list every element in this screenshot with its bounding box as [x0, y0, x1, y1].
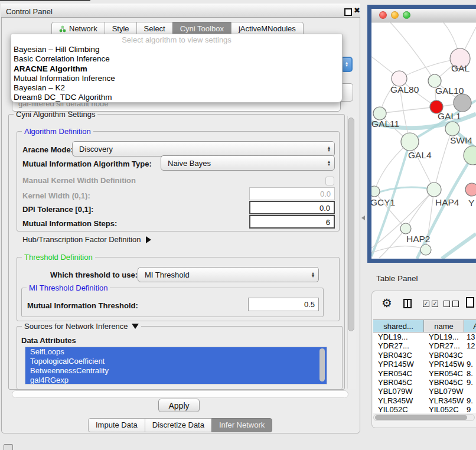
- network-node-gal11[interactable]: [373, 107, 386, 120]
- export-table-icon[interactable]: [466, 297, 474, 308]
- network-node[interactable]: [454, 94, 471, 112]
- network-edge[interactable]: [379, 229, 406, 258]
- mi-threshold-definition-title: MI Threshold Definition: [27, 283, 110, 292]
- table-cell: [464, 351, 476, 360]
- network-node-gcy1[interactable]: [371, 186, 380, 197]
- network-node-label: Y: [468, 198, 474, 208]
- aracne-mode-select[interactable]: Discovery ▲▼: [72, 141, 335, 156]
- network-node[interactable]: [420, 244, 431, 255]
- select-all-checkboxes-icon[interactable]: ✓✓: [423, 301, 438, 307]
- float-window-icon[interactable]: [344, 8, 352, 16]
- settings-scrollbar-thumb[interactable]: [348, 118, 354, 331]
- mi-steps-field[interactable]: 6: [249, 215, 335, 229]
- table-cell: YBR043C: [373, 351, 424, 360]
- which-threshold-select[interactable]: MI Threshold ▲▼: [138, 267, 319, 282]
- algorithm-option[interactable]: Bayesian – K2: [11, 83, 342, 93]
- table-row[interactable]: YER054CYER054C8.: [373, 369, 476, 378]
- aracne-mode-value: Discovery: [73, 145, 324, 154]
- network-tab-icon: [59, 25, 66, 32]
- splitter-arrow-icon[interactable]: [361, 216, 365, 220]
- combo-stepper-icon: ▲▼: [308, 272, 318, 278]
- table-row[interactable]: YDR27...YDR27...12: [373, 341, 476, 350]
- network-node-gal4[interactable]: [401, 133, 419, 151]
- data-attributes-list[interactable]: SelfLoopsTopologicalCoefficientBetweenne…: [25, 347, 327, 384]
- data-attribute-item[interactable]: TopologicalCoefficient: [25, 357, 327, 366]
- close-traffic-light-icon[interactable]: [379, 11, 387, 19]
- manual-kernel-width-checkbox[interactable]: [325, 177, 334, 185]
- table-row[interactable]: YBL079WYBL079W: [373, 387, 476, 396]
- algorithm-option[interactable]: Dream8 DC_TDC Algorithm: [11, 93, 342, 102]
- sources-group-title[interactable]: Sources for Network Inference: [22, 322, 141, 331]
- table-body: YDL19...YDL19...13YDR27...YDR27...12YBR0…: [373, 332, 476, 413]
- which-threshold-label: Which threshold to use:: [50, 270, 138, 279]
- data-attribute-item[interactable]: SelfLoops: [25, 347, 327, 357]
- network-node-hap2[interactable]: [400, 223, 411, 234]
- settings-horizontal-scrollbar[interactable]: [12, 390, 348, 398]
- tab-impute-data[interactable]: Impute Data: [88, 418, 145, 432]
- table-cell: YIL052C: [424, 405, 464, 413]
- combobox-fragment[interactable]: [341, 83, 353, 102]
- list-scrollbar-thumb[interactable]: [319, 348, 325, 381]
- network-edge[interactable]: [380, 107, 436, 113]
- network-node-hap4[interactable]: [427, 182, 441, 197]
- network-node[interactable]: [464, 146, 476, 165]
- mi-threshold-field[interactable]: 0.5: [248, 298, 319, 311]
- network-window-titlebar[interactable]: [371, 9, 476, 22]
- hub-definition-expander[interactable]: Hub/Transcription Factor Definition: [22, 235, 151, 244]
- table-row[interactable]: YPR145WYPR145W9.: [373, 360, 476, 369]
- column-header-name[interactable]: name: [424, 320, 464, 332]
- deselect-all-checkboxes-icon[interactable]: [444, 301, 459, 307]
- network-edge[interactable]: [371, 187, 434, 195]
- control-panel-titlebar[interactable]: [1, 4, 360, 18]
- algorithm-option[interactable]: Mutual Information Inference: [11, 74, 342, 83]
- data-attributes-label: Data Attributes: [21, 336, 76, 345]
- columns-icon[interactable]: [403, 299, 412, 308]
- network-node-label: GAL80: [390, 84, 419, 94]
- network-canvas[interactable]: GALGAL80GAL10GAL1GAL11SWI4GAL4GCY1HAP4YH…: [371, 22, 476, 259]
- dpi-tolerance-label: DPI Tolerance [0,1]:: [22, 205, 93, 214]
- kernel-width-field[interactable]: 0.0: [249, 187, 335, 200]
- data-attribute-item[interactable]: BetweennessCentrality: [25, 366, 327, 376]
- network-node-swi4[interactable]: [445, 122, 459, 136]
- zoom-traffic-light-icon[interactable]: [403, 11, 410, 19]
- minimize-traffic-light-icon[interactable]: [391, 11, 399, 19]
- mi-algorithm-type-select[interactable]: Naive Bayes ▲▼: [161, 155, 335, 171]
- mi-algorithm-type-value: Naive Bayes: [161, 159, 324, 168]
- table-row[interactable]: YDL19...YDL19...13: [373, 332, 476, 341]
- table-cell: YBR043C: [424, 351, 464, 360]
- network-node-label: GAL11: [371, 119, 399, 129]
- table-cell: 13: [464, 332, 476, 341]
- dpi-tolerance-field[interactable]: 0.0: [249, 201, 335, 214]
- tab-infer-network[interactable]: Infer Network: [211, 418, 272, 432]
- algorithm-option[interactable]: Basic Correlation Inference: [11, 54, 342, 64]
- column-header-shared-name[interactable]: shared...: [373, 320, 424, 332]
- table-scrollbar-thumb[interactable]: [375, 415, 467, 420]
- algorithm-option[interactable]: Bayesian – Hill Climbing: [11, 45, 342, 54]
- algorithm-popup-list: Bayesian – Hill ClimbingBasic Correlatio…: [11, 45, 342, 103]
- network-edge[interactable]: [442, 234, 476, 259]
- window-edge-remnant: [0, 0, 90, 1]
- tab-jactivemnodules-label: jActiveMNodules: [239, 24, 296, 33]
- network-node-y[interactable]: [465, 183, 476, 196]
- network-graph[interactable]: GALGAL80GAL10GAL1GAL11SWI4GAL4GCY1HAP4YH…: [371, 22, 476, 259]
- focused-combobox-stepper-fragment[interactable]: ▲▼: [341, 57, 353, 72]
- minimized-panel-icon[interactable]: [4, 444, 13, 450]
- network-node-label: GAL: [451, 63, 470, 73]
- close-icon[interactable]: ✖: [354, 6, 360, 15]
- tab-discretize-data[interactable]: Discretize Data: [145, 418, 212, 432]
- table-row[interactable]: YBR043CYBR043C: [373, 351, 476, 360]
- column-header-cutoff[interactable]: A: [464, 320, 476, 332]
- table-cell: YBR045C: [373, 378, 424, 387]
- table-row[interactable]: YLR345WYLR345W9.: [373, 396, 476, 405]
- gear-icon[interactable]: ⚙: [382, 297, 392, 309]
- network-node-label: GCY1: [371, 197, 395, 207]
- table-row[interactable]: YIL052CYIL052C9: [373, 405, 476, 413]
- table-horizontal-scrollbar[interactable]: [373, 414, 475, 421]
- threshold-definition-title: Threshold Definition: [22, 253, 95, 262]
- table-row[interactable]: YBR045CYBR045C9.: [373, 378, 476, 387]
- which-threshold-value: MI Threshold: [138, 270, 308, 279]
- algorithm-option[interactable]: ARACNE Algorithm: [11, 64, 342, 74]
- data-attribute-item[interactable]: gal4RGexp: [25, 376, 327, 384]
- apply-button[interactable]: Apply: [158, 399, 200, 412]
- network-edge[interactable]: [371, 246, 426, 253]
